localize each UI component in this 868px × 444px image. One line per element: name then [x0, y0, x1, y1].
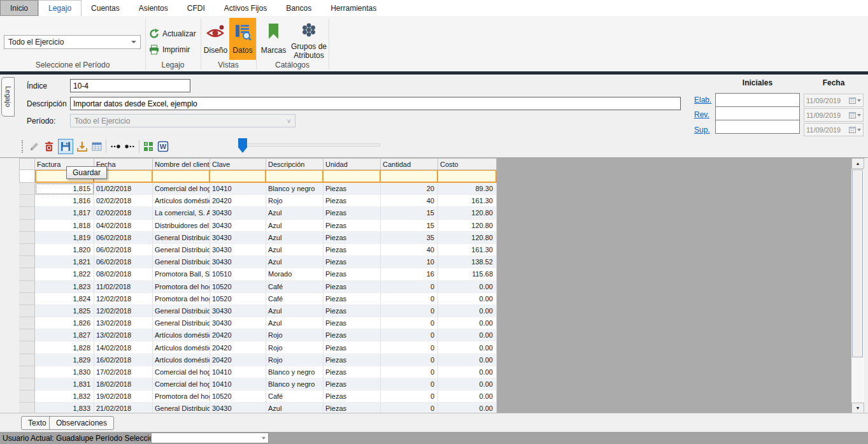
descripcion-field[interactable]: [70, 97, 681, 110]
filter-cell[interactable]: [266, 170, 324, 183]
grid-cell[interactable]: 20420: [210, 341, 266, 354]
grid-cell[interactable]: 1,827: [35, 329, 94, 341]
grid-cell[interactable]: 0.00: [438, 378, 497, 390]
row-header-cell[interactable]: [19, 305, 35, 317]
grid-cell[interactable]: 20: [381, 183, 438, 195]
zoom-slider-track[interactable]: [245, 143, 380, 147]
grid-cell[interactable]: Piezas: [324, 293, 381, 305]
grid-cell[interactable]: 161.30: [438, 244, 497, 256]
grid-cell[interactable]: 30430: [210, 244, 266, 256]
grid-cell[interactable]: 1,825: [35, 305, 94, 317]
scroll-down-button[interactable]: ▼: [851, 403, 864, 413]
grid-cell[interactable]: La comercial, S. A: [153, 207, 210, 219]
tab-herramientas[interactable]: Herramientas: [321, 0, 386, 16]
sup-iniciales-field[interactable]: [715, 120, 800, 134]
status-period-combobox[interactable]: [151, 433, 269, 443]
marcas-button[interactable]: Marcas: [259, 18, 288, 60]
grid-cell[interactable]: 138.52: [438, 256, 497, 268]
grid-corner-cell[interactable]: [19, 158, 35, 170]
grid-cell[interactable]: 15: [381, 207, 438, 219]
vertical-scrollbar[interactable]: ▲ ▼: [851, 158, 864, 413]
table-row[interactable]: 1,82916/02/2018Artículos doméstic20420Ro…: [19, 354, 497, 366]
table-row[interactable]: 1,81702/02/2018La comercial, S. A30430Az…: [19, 207, 497, 219]
grid-cell[interactable]: Artículos doméstic: [153, 354, 210, 366]
grid-cell[interactable]: Azul: [266, 220, 324, 232]
grid-cell[interactable]: 161.30: [438, 195, 497, 207]
filter-cell[interactable]: [381, 170, 438, 183]
diseno-button[interactable]: Diseño: [203, 18, 229, 60]
grid-cell[interactable]: 13/02/2018: [94, 329, 153, 341]
grid-cell[interactable]: 18/02/2018: [94, 378, 153, 390]
rev-iniciales-field[interactable]: [715, 106, 800, 120]
table-row[interactable]: 1,81906/02/2018General Distribuid30430Az…: [19, 232, 497, 244]
grid-cell[interactable]: 10410: [210, 183, 266, 195]
grid-cell[interactable]: Piezas: [324, 354, 381, 366]
grid-cell[interactable]: General Distribuid: [153, 256, 210, 268]
grid-cell[interactable]: Azul: [266, 244, 324, 256]
grid-cell[interactable]: 40: [381, 244, 438, 256]
table-row[interactable]: 1,82412/02/2018Promotora del hog10520Caf…: [19, 293, 497, 305]
row-header-cell[interactable]: [19, 354, 35, 366]
grid-cell[interactable]: 30430: [210, 256, 266, 268]
grid-cell[interactable]: Rojo: [266, 195, 324, 207]
rev-date-picker[interactable]: 11/09/2019: [804, 108, 864, 122]
grid-cell[interactable]: 1,832: [35, 390, 94, 403]
grid-cell[interactable]: 02/02/2018: [94, 195, 153, 207]
grid-cell[interactable]: 10520: [210, 293, 266, 305]
grid-cell[interactable]: Piezas: [324, 220, 381, 232]
grid-cell[interactable]: 13/02/2018: [94, 317, 153, 329]
grid-cell[interactable]: Piezas: [324, 256, 381, 268]
grid-cell[interactable]: Distribuidores del n: [153, 220, 210, 232]
grid-cell[interactable]: 0.00: [438, 366, 497, 378]
column-header-cantidad[interactable]: Cantidad: [381, 158, 438, 170]
grid-cell[interactable]: 10410: [210, 378, 266, 390]
save-button[interactable]: [58, 139, 73, 154]
grid-cell[interactable]: Promotora del hog: [153, 293, 210, 305]
grid-cell[interactable]: 10520: [210, 390, 266, 403]
scroll-up-button[interactable]: ▲: [851, 158, 864, 169]
filter-cell[interactable]: [438, 170, 497, 183]
table-row[interactable]: 1,82006/02/2018General Distribuid30430Az…: [19, 244, 497, 256]
actualizar-button[interactable]: Actualizar: [148, 28, 196, 39]
tab-asientos[interactable]: Asientos: [129, 0, 178, 16]
grid-cell[interactable]: 1,826: [35, 317, 94, 329]
grid-cell[interactable]: Piezas: [324, 305, 381, 317]
grid-cell[interactable]: 10520: [210, 281, 266, 293]
row-header-cell[interactable]: [19, 317, 35, 329]
elab-iniciales-field[interactable]: [715, 93, 800, 107]
grid-cell[interactable]: 10510: [210, 268, 266, 280]
grid-cell[interactable]: 17/02/2018: [94, 366, 153, 378]
grid-cell[interactable]: 0: [381, 354, 438, 366]
grid-cell[interactable]: 1,822: [35, 268, 94, 280]
column-header-costo[interactable]: Costo: [438, 158, 497, 170]
grid-cell[interactable]: Promotora del hog: [153, 390, 210, 403]
tab-cuentas[interactable]: Cuentas: [82, 0, 129, 16]
table-row[interactable]: 1,82106/02/2018General Distribuid30430Az…: [19, 256, 497, 268]
grid-cell[interactable]: General Distribuid: [153, 232, 210, 244]
grid-cell[interactable]: Piezas: [324, 378, 381, 390]
column-header-nombre[interactable]: Nombre del cliente: [153, 158, 210, 170]
grid-cell[interactable]: Rojo: [266, 341, 324, 354]
grid-cell[interactable]: 30430: [210, 317, 266, 329]
grid-cell[interactable]: Comercial del hog: [153, 183, 210, 195]
grid-cell[interactable]: 08/02/2018: [94, 268, 153, 280]
sup-date-picker[interactable]: 11/09/2019: [804, 123, 864, 136]
grid-cell[interactable]: 20420: [210, 195, 266, 207]
row-header-cell[interactable]: [19, 195, 35, 207]
table-row[interactable]: 1,82713/02/2018Artículos doméstic20420Ro…: [19, 329, 497, 341]
grid-cell[interactable]: 1,823: [35, 281, 94, 293]
grid-cell[interactable]: Piezas: [324, 268, 381, 280]
grid-cell[interactable]: 15: [381, 220, 438, 232]
grid-cell[interactable]: 04/02/2018: [94, 220, 153, 232]
grid-cell[interactable]: 35: [381, 232, 438, 244]
table-row[interactable]: 1,83017/02/2018Comercial del hog10410Bla…: [19, 366, 497, 378]
column-header-clave[interactable]: Clave: [210, 158, 266, 170]
grid-cell[interactable]: General Distribuid: [153, 244, 210, 256]
tab-inicio[interactable]: Inicio: [0, 0, 38, 16]
tab-observaciones[interactable]: Observaciones: [49, 416, 114, 430]
grid-cell[interactable]: Piezas: [324, 390, 381, 403]
grid-cell[interactable]: 120.80: [438, 220, 497, 232]
grid-cell[interactable]: Blanco y negro: [266, 183, 324, 195]
grid-cell[interactable]: Promotora del hog: [153, 281, 210, 293]
grid-cell[interactable]: 0.00: [438, 390, 497, 403]
